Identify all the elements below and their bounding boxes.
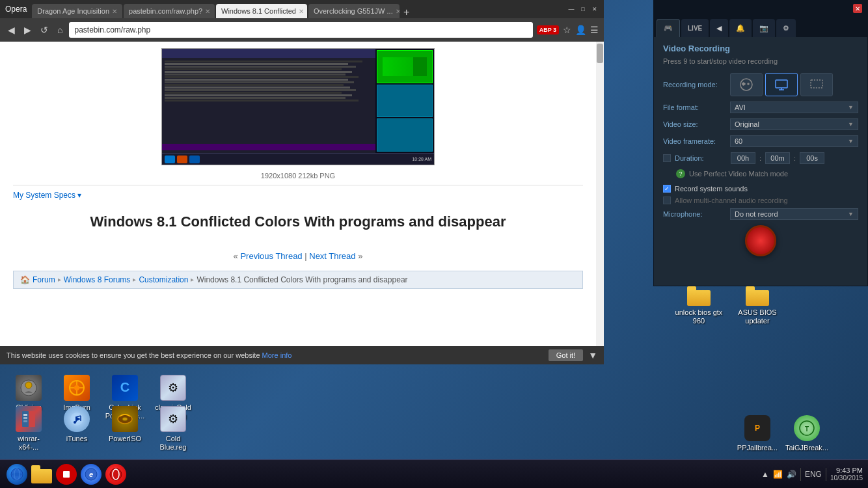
svg-rect-14 bbox=[29, 411, 35, 427]
perfect-video-row: ? Use Perfect Video Match mode bbox=[676, 169, 858, 178]
rec-tab-notification[interactable]: 🔔 bbox=[729, 19, 752, 37]
mode-custom-button[interactable] bbox=[800, 73, 833, 96]
desktop-folder-unlock-bios-label: unlock bios gtx 960 bbox=[673, 308, 725, 325]
taskbar-stop-button[interactable] bbox=[55, 463, 78, 486]
desktop-icon-itunes-label: iTunes bbox=[66, 435, 88, 443]
taskbar-ie-button[interactable]: e bbox=[79, 463, 103, 486]
desktop-icon-poweriso-label: PowerISO bbox=[109, 435, 141, 443]
svg-rect-17 bbox=[23, 420, 27, 422]
mode-gamepad-button[interactable] bbox=[730, 73, 763, 96]
breadcrumb-forum[interactable]: Forum bbox=[33, 275, 55, 284]
svg-rect-5 bbox=[776, 80, 787, 88]
adblock-badge[interactable]: ABP 3 bbox=[537, 25, 559, 34]
tab-windows81[interactable]: Windows 8.1 Conflicted ✕ bbox=[216, 4, 307, 18]
desktop-folder-asus-bios[interactable]: ASUS BIOS updater bbox=[731, 286, 783, 325]
previous-thread-link[interactable]: Previous Thread bbox=[240, 251, 302, 261]
cookie-accept-button[interactable]: Got it! bbox=[549, 349, 583, 361]
cookie-more-info-link[interactable]: More info bbox=[262, 351, 292, 359]
desktop-icon-poweriso[interactable]: PowerISO bbox=[103, 403, 147, 454]
desktop-icon-ppjailbreak[interactable]: P PPJailbrea... bbox=[735, 415, 780, 452]
scrollbar-thumb[interactable] bbox=[597, 44, 603, 63]
folder-icon bbox=[687, 286, 711, 306]
tab-close-icon[interactable]: ✕ bbox=[396, 8, 400, 15]
recording-section-title: Video Recording bbox=[663, 44, 858, 53]
desktop-icon-itunes[interactable]: iTunes bbox=[55, 403, 99, 454]
rec-tab-live[interactable]: LIVE bbox=[681, 19, 709, 37]
address-bar[interactable] bbox=[69, 22, 532, 38]
video-size-row: Video size: Original ▼ bbox=[663, 118, 858, 130]
breadcrumb-customization[interactable]: Customization bbox=[139, 275, 188, 284]
recording-panel-close-button[interactable]: ✕ bbox=[853, 4, 862, 13]
dropdown-arrow-icon: ▼ bbox=[848, 138, 854, 144]
reload-button[interactable]: ↺ bbox=[38, 23, 51, 36]
desktop-icons-row2: winrar-x64-... iTunes bbox=[7, 403, 195, 454]
tab-close-icon[interactable]: ✕ bbox=[299, 8, 304, 15]
forum-screenshot: 10:28 AM bbox=[161, 48, 435, 165]
video-framerate-dropdown[interactable]: 60 ▼ bbox=[730, 135, 858, 147]
svg-text:T: T bbox=[805, 426, 809, 433]
duration-minutes-field[interactable]: 00m bbox=[765, 152, 790, 164]
rec-tab-game[interactable]: 🎮 bbox=[657, 19, 680, 37]
tab-dragon-age[interactable]: Dragon Age Inquisition ✕ bbox=[32, 4, 122, 18]
rec-tab-screenshot[interactable]: 📷 bbox=[753, 19, 775, 37]
next-thread-link[interactable]: Next Thread bbox=[309, 251, 355, 261]
maximize-button[interactable]: □ bbox=[579, 5, 587, 13]
dropdown-arrow-icon: ▼ bbox=[848, 211, 854, 217]
tray-up-arrow-icon[interactable]: ▲ bbox=[761, 470, 769, 479]
tray-sound-icon[interactable]: 🔊 bbox=[787, 470, 796, 479]
duration-hours-field[interactable]: 00h bbox=[731, 152, 755, 164]
taskbar-folder-icon[interactable] bbox=[30, 463, 53, 486]
tab-close-icon[interactable]: ✕ bbox=[205, 8, 210, 15]
tray-clock[interactable]: 9:43 PM 10/30/2015 bbox=[830, 467, 863, 481]
file-format-row: File format: AVI ▼ bbox=[663, 102, 858, 113]
video-framerate-label: Video framerate: bbox=[663, 137, 725, 145]
system-specs-link[interactable]: My System Specs ▾ bbox=[13, 185, 583, 200]
microphone-dropdown[interactable]: Do not record ▼ bbox=[730, 208, 858, 220]
svg-point-24 bbox=[122, 417, 128, 420]
minimize-button[interactable]: — bbox=[567, 5, 575, 13]
taskbar-opera-button[interactable] bbox=[104, 463, 128, 486]
help-icon[interactable]: ? bbox=[676, 169, 685, 178]
desktop-icon-cold-blue-reg[interactable]: ⚙ Cold Blue.reg bbox=[151, 403, 195, 454]
svg-rect-4 bbox=[742, 84, 745, 85]
breadcrumb-win8-forums[interactable]: Windows 8 Forums bbox=[64, 275, 131, 284]
toolbar-icons: ABP 3 ☆ 👤 ☰ bbox=[537, 25, 599, 35]
mode-screen-button[interactable] bbox=[765, 73, 798, 96]
desktop-folder-unlock-bios[interactable]: unlock bios gtx 960 bbox=[673, 286, 725, 325]
tab-add-button[interactable]: + bbox=[403, 7, 409, 18]
close-button[interactable]: ✕ bbox=[591, 5, 599, 13]
desktop-icon-winrar-label: winrar-x64-... bbox=[9, 435, 48, 452]
ie-icon: e bbox=[81, 464, 102, 485]
video-size-dropdown[interactable]: Original ▼ bbox=[730, 118, 858, 130]
back-button[interactable]: ◀ bbox=[5, 23, 18, 36]
home-button[interactable]: ⌂ bbox=[55, 23, 65, 36]
desktop-icon-winrar[interactable]: winrar-x64-... bbox=[7, 403, 51, 454]
tab-overclocking[interactable]: Overclocking G551JW ... ✕ bbox=[308, 4, 400, 18]
record-system-sounds-checkbox[interactable]: ✓ bbox=[663, 185, 671, 193]
svg-rect-16 bbox=[23, 417, 27, 419]
tray-signal-icon[interactable]: 📶 bbox=[773, 470, 783, 479]
desktop-icon-taigjbreak[interactable]: T TaiGJBreak... bbox=[785, 415, 829, 452]
multi-channel-audio-row: Allow multi-channel audio recording bbox=[663, 197, 858, 204]
cookie-close-icon[interactable]: ▼ bbox=[588, 350, 597, 360]
svg-rect-15 bbox=[23, 414, 27, 416]
tab-pastebin[interactable]: pastebin.com/raw.php? ✕ bbox=[124, 4, 215, 18]
forward-button[interactable]: ▶ bbox=[21, 23, 34, 36]
multi-channel-checkbox[interactable] bbox=[663, 197, 671, 204]
tab-close-icon[interactable]: ✕ bbox=[112, 8, 117, 15]
menu-icon[interactable]: ☰ bbox=[590, 25, 599, 35]
breadcrumb: 🏠 Forum ▸ Windows 8 Forums ▸ Customizati… bbox=[13, 271, 583, 289]
oblivion-icon bbox=[16, 375, 42, 401]
duration-seconds-field[interactable]: 00s bbox=[800, 152, 824, 164]
bookmark-icon[interactable]: ☆ bbox=[563, 25, 571, 35]
svg-text:e: e bbox=[89, 470, 93, 478]
rec-tab-rewind[interactable]: ◀ bbox=[710, 19, 728, 37]
file-format-dropdown[interactable]: AVI ▼ bbox=[730, 102, 858, 113]
duration-checkbox[interactable] bbox=[663, 154, 671, 162]
recording-mode-icons bbox=[730, 73, 833, 96]
account-icon[interactable]: 👤 bbox=[575, 25, 586, 35]
rec-tab-settings[interactable]: ⚙ bbox=[776, 19, 796, 37]
record-button[interactable] bbox=[745, 225, 776, 256]
browser-scrollbar[interactable] bbox=[596, 42, 604, 364]
taskbar-earth-icon[interactable] bbox=[5, 463, 29, 486]
